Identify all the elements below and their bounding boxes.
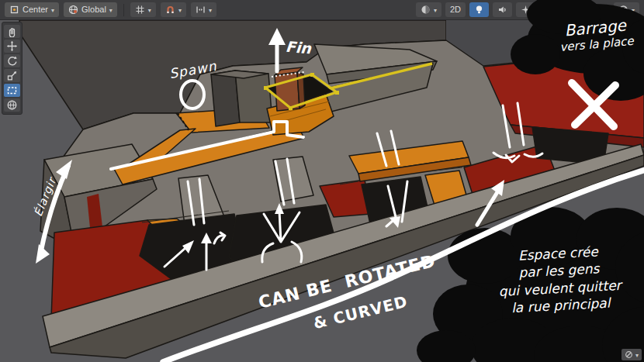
toolbar-separator [123,4,124,16]
move-icon [6,40,18,52]
scene-toolbar: Center ▾ Global ▾ ▾ ▾ [0,0,644,20]
snap-toggle-button[interactable]: ▾ [161,2,186,17]
chevron-down-icon: ▾ [632,3,635,18]
space-mode-button[interactable]: Global ▾ [64,2,117,17]
2d-toggle-button[interactable]: 2D [445,2,466,17]
chevron-down-icon: ▾ [178,3,182,18]
audio-toggle-button[interactable] [493,2,512,17]
rotate-icon [6,55,18,67]
grid-visibility-button[interactable]: ▾ [130,2,156,17]
chevron-down-icon: ▾ [109,3,113,18]
hand-icon [6,26,18,37]
pivot-mode-button[interactable]: Center ▾ [5,2,59,17]
2d-label: 2D [450,2,461,17]
gizmos-menu-button[interactable]: ▾ [614,2,639,17]
chevron-down-icon: ▾ [209,3,212,18]
scale-tool-button[interactable] [4,69,20,82]
transform-tool-button[interactable] [4,98,20,112]
chevron-down-icon: ▾ [434,3,437,18]
grid-icon [135,5,145,15]
rect-tool-button[interactable] [4,84,20,97]
pivot-mode-label: Center [23,2,48,17]
camera-overlay-button[interactable]: ▾ [621,349,642,360]
move-tool-button[interactable] [4,40,20,53]
gizmo-visibility-icon [618,5,628,15]
magnet-icon [165,5,175,15]
chevron-down-icon: ▾ [635,352,639,359]
sparkle-icon [521,5,531,15]
chevron-down-icon: ▾ [51,3,54,18]
effects-toggle-button[interactable] [516,2,535,17]
globe-icon [68,5,78,15]
chevron-down-icon: ▾ [148,3,151,18]
shading-mode-button[interactable]: ▾ [416,2,441,17]
shaded-sphere-icon [421,5,431,15]
transform-icon [6,99,18,111]
light-bulb-icon [474,5,484,15]
space-mode-label: Global [81,2,106,17]
snap-increment-button[interactable]: ▾ [191,2,216,17]
scene-canvas[interactable] [0,0,644,362]
tool-strip [2,22,23,115]
scale-icon [6,70,18,81]
gizmo-visibility-icon [625,350,633,359]
scene-view-window: Center ▾ Global ▾ ▾ ▾ [0,0,644,362]
hand-tool-button[interactable] [4,25,20,38]
pivot-icon [9,5,19,15]
toolbar-right-group: ▾ 2D [416,2,639,17]
rotate-tool-button[interactable] [4,54,20,67]
speaker-icon [497,5,507,15]
rect-tool-icon [6,84,18,96]
lighting-toggle-button[interactable] [469,2,489,17]
snap-increment-icon [196,5,206,15]
